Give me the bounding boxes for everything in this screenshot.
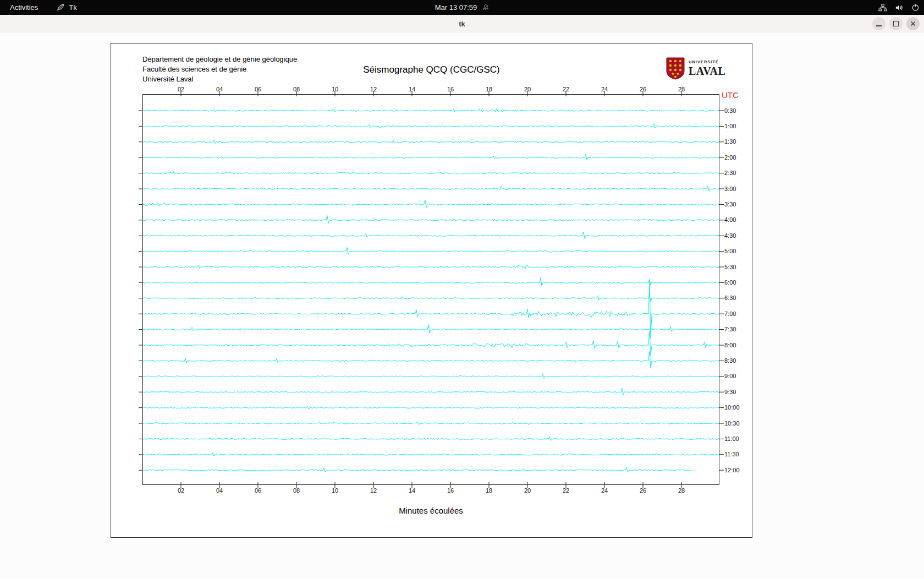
seismograph-frame: Département de géologie et de génie géol… xyxy=(111,43,752,538)
seismogram-trace xyxy=(142,140,719,144)
seismogram-trace xyxy=(142,277,719,286)
seismogram-trace xyxy=(142,422,719,425)
utc-time-label: 11:00 xyxy=(724,435,739,442)
logo-text-laval: LAVAL xyxy=(689,66,725,77)
seismogram-trace xyxy=(142,351,719,368)
seismogram-trace xyxy=(142,294,719,302)
desktop: Activities Tk Mar 13 07:59 xyxy=(0,0,924,578)
top-bar: Activities Tk Mar 13 07:59 xyxy=(0,0,924,15)
logo-text-universite: UNIVERSITÉ xyxy=(689,60,725,64)
seismogram-trace xyxy=(142,232,719,238)
minimize-button[interactable] xyxy=(872,17,886,30)
utc-time-label: 11:30 xyxy=(724,451,739,457)
activities-button[interactable]: Activities xyxy=(4,0,43,15)
utc-time-label: 6:00 xyxy=(724,279,736,286)
utc-time-label: 5:30 xyxy=(724,264,736,270)
maximize-icon xyxy=(893,21,899,26)
utc-time-label: 1:00 xyxy=(724,123,736,129)
utc-time-label: 7:00 xyxy=(724,310,736,317)
seismogram-trace xyxy=(142,325,719,334)
utc-label: UTC xyxy=(722,90,739,100)
utc-time-label: 7:30 xyxy=(724,326,736,332)
maximize-button[interactable] xyxy=(889,17,903,30)
seismogram-trace xyxy=(142,388,719,395)
close-icon xyxy=(910,20,916,27)
utc-time-label: 6:30 xyxy=(724,295,736,301)
seismogram-trace xyxy=(142,452,719,456)
utc-time-label: 9:30 xyxy=(724,389,736,395)
utc-time-label: 12:00 xyxy=(724,467,740,473)
utc-time-label: 8:30 xyxy=(724,357,736,364)
window-title: tk xyxy=(459,20,465,28)
power-icon xyxy=(911,3,920,12)
seismogram-trace xyxy=(142,186,719,191)
utc-time-label: 2:00 xyxy=(724,154,736,161)
clock-label: Mar 13 07:59 xyxy=(435,3,477,12)
taskbar-app-tk[interactable]: Tk xyxy=(51,0,82,15)
seismogram-plot xyxy=(142,94,719,485)
seismogram-trace xyxy=(142,216,719,223)
minimize-icon xyxy=(876,25,882,26)
seismogram-trace xyxy=(142,265,719,269)
page-title: Séismographe QCQ (CGC/GSC) xyxy=(111,64,752,75)
seismogram-trace xyxy=(142,467,692,472)
volume-icon xyxy=(895,4,904,12)
seismogram-trace xyxy=(142,248,719,254)
seismogram-trace xyxy=(142,200,719,208)
utc-time-label: 8:00 xyxy=(724,342,736,348)
department-line: Université Laval xyxy=(142,74,297,84)
x-axis-title: Minutes écoulées xyxy=(142,506,719,515)
seismogram-trace xyxy=(142,123,719,128)
seismogram-trace xyxy=(142,154,719,160)
system-tray[interactable] xyxy=(878,0,920,15)
department-line: Département de géologie et de génie géol… xyxy=(142,54,297,64)
network-icon xyxy=(878,4,887,12)
seismogram-trace xyxy=(142,406,719,409)
utc-time-label: 10:30 xyxy=(724,420,740,427)
window-titlebar[interactable]: tk xyxy=(0,15,924,34)
universite-laval-logo: UNIVERSITÉ LAVAL xyxy=(666,57,725,80)
utc-time-label: 4:30 xyxy=(724,232,736,239)
notifications-muted-icon xyxy=(482,4,489,11)
utc-time-label: 3:00 xyxy=(724,186,736,192)
seismogram-trace xyxy=(142,171,719,175)
utc-time-label: 1:30 xyxy=(724,138,736,145)
utc-time-label: 4:00 xyxy=(724,216,736,223)
utc-time-label: 5:00 xyxy=(724,248,736,254)
utc-time-label: 2:30 xyxy=(724,170,736,176)
seismogram-trace xyxy=(142,437,719,440)
seismogram-trace xyxy=(142,109,719,112)
utc-time-label: 3:30 xyxy=(724,201,736,208)
tk-icon xyxy=(57,3,65,12)
utc-time-label: 0:30 xyxy=(724,107,736,114)
seismogram-trace xyxy=(142,331,719,356)
seismogram-trace xyxy=(142,374,719,379)
window-content: Département de géologie et de génie géol… xyxy=(0,33,924,578)
utc-time-label: 9:00 xyxy=(724,373,736,379)
laval-shield-icon xyxy=(666,57,685,80)
close-button[interactable] xyxy=(906,17,920,30)
plot-border xyxy=(143,95,719,485)
clock-button[interactable]: Mar 13 07:59 xyxy=(430,0,495,15)
utc-time-label: 10:00 xyxy=(724,404,740,411)
tk-app-label: Tk xyxy=(69,3,76,12)
